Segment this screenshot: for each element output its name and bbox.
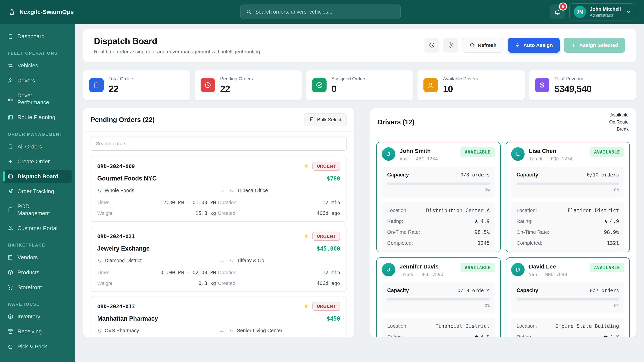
auto-assign-button[interactable]: Auto Assign bbox=[508, 38, 560, 53]
bell-icon bbox=[554, 8, 561, 15]
driver-stat-label: Location: bbox=[387, 323, 408, 329]
driver-stat-row: Completed:1245 bbox=[387, 240, 490, 246]
order-card[interactable]: ORD-2024-021 URGENT Jewelry Exchange $45… bbox=[90, 226, 347, 292]
sidebar-item-drivers[interactable]: Drivers bbox=[3, 74, 72, 87]
stat-icon: $ bbox=[535, 78, 550, 92]
driver-stats-box: Location:Financial DistrictRating:★4.9On… bbox=[382, 318, 495, 337]
sidebar-item-dispatch-board[interactable]: Dispatch Board bbox=[3, 170, 72, 183]
sidebar-item-all-orders[interactable]: All Orders bbox=[3, 140, 72, 153]
order-meta-label: Weight: bbox=[97, 281, 114, 286]
order-meta-value: 12 min bbox=[240, 270, 340, 275]
legend-break: Break bbox=[609, 126, 628, 133]
driver-stat-row: Location:Flatiron District bbox=[516, 207, 619, 213]
notifications-button[interactable]: 5 bbox=[550, 4, 565, 19]
driver-stat-value: ★4.8 bbox=[604, 334, 619, 337]
bolt-outline-icon bbox=[515, 42, 520, 48]
stat-value: 22 bbox=[220, 83, 253, 94]
user-menu[interactable]: JM John Mitchell Administrator bbox=[569, 3, 635, 20]
sidebar-item-vehicles[interactable]: Vehicles bbox=[3, 59, 72, 72]
assign-selected-button[interactable]: Assign Selected bbox=[564, 38, 625, 53]
sidebar-item-driver-performance[interactable]: Driver Performance bbox=[3, 89, 72, 109]
drivers-panel-header: Drivers (12) Available On Route Break bbox=[370, 108, 636, 136]
driver-stat-row: Rating:★4.8 bbox=[516, 334, 619, 337]
dropoff-label: Senior Living Center bbox=[237, 328, 282, 333]
order-id: ORD-2024-021 bbox=[97, 233, 135, 239]
orders-search-input[interactable] bbox=[90, 137, 347, 151]
sidebar-item-label: Pick & Pack bbox=[18, 343, 47, 350]
capacity-row: Capacity 0/7 orders bbox=[516, 287, 619, 294]
sidebar-item-create-order[interactable]: Create Order bbox=[3, 155, 72, 168]
driver-card[interactable]: J Jennifer Davis Truck - BCD-7890 AVAILA… bbox=[376, 257, 500, 337]
map-pin-icon bbox=[97, 188, 102, 193]
driver-name: Jennifer Davis bbox=[400, 263, 443, 270]
sidebar-item-inventory[interactable]: Inventory bbox=[3, 310, 72, 323]
driver-stat-row: Location:Distribution Center A bbox=[387, 207, 490, 213]
plus-icon bbox=[8, 158, 14, 164]
driver-card[interactable]: J John Smith Van - ABC-1234 AVAILABLE Ca… bbox=[376, 142, 500, 252]
topbar: Nexgile-SwarmOps 5 JM John Mitchell Admi… bbox=[0, 0, 644, 24]
bolt-icon bbox=[515, 42, 520, 48]
capacity-label: Capacity bbox=[387, 172, 409, 178]
driver-stat-value: ★4.9 bbox=[474, 218, 490, 224]
driver-stat-value: 1321 bbox=[607, 240, 619, 246]
send-icon bbox=[8, 188, 14, 194]
main-content: Dispatch Board Real-time order assignmen… bbox=[75, 24, 644, 362]
driver-avatar: D bbox=[511, 263, 524, 276]
capacity-row: Capacity 0/10 orders bbox=[387, 287, 490, 294]
bulk-select-button[interactable]: Bulk Select bbox=[304, 113, 347, 126]
stat-text: Total Revenue $349,540 bbox=[554, 76, 592, 94]
stat-label: Available Drivers bbox=[443, 76, 478, 81]
sidebar-item-pick-pack[interactable]: Pick & Pack bbox=[3, 340, 72, 353]
order-meta-value: 0.8 kg bbox=[116, 280, 216, 286]
plus-icon bbox=[571, 42, 576, 48]
order-card[interactable]: ORD-2024-013 URGENT Manhattan Pharmacy $… bbox=[90, 296, 347, 337]
stat-icon bbox=[200, 78, 215, 92]
sidebar-item-order-tracking[interactable]: Order Tracking bbox=[3, 185, 72, 198]
auto-assign-label: Auto Assign bbox=[524, 42, 553, 48]
sidebar-item-route-planning[interactable]: Route Planning bbox=[3, 110, 72, 124]
pin-icon bbox=[97, 188, 102, 193]
sidebar-item-vendors[interactable]: Vendors bbox=[3, 251, 72, 264]
driver-card[interactable]: L Lisa Chen Truck - PQR-1234 AVAILABLE C… bbox=[506, 142, 630, 252]
history-button[interactable] bbox=[424, 38, 439, 53]
lightning-icon bbox=[304, 304, 309, 309]
settings-button[interactable] bbox=[443, 38, 458, 53]
sidebar-item-label: Driver Performance bbox=[18, 92, 60, 106]
order-flags: URGENT bbox=[304, 162, 340, 171]
box-icon bbox=[8, 269, 14, 275]
sidebar-item-customer-portal[interactable]: Customer Portal bbox=[3, 221, 72, 235]
sidebar-item-label: All Orders bbox=[18, 143, 42, 150]
driver-stat-row: On-Time Rate:98.9% bbox=[516, 229, 619, 235]
driver-stats-box: Location:Flatiron DistrictRating:★4.9On-… bbox=[511, 202, 624, 251]
order-card-top: ORD-2024-021 URGENT bbox=[97, 232, 340, 241]
sidebar-item-receiving[interactable]: Receiving bbox=[3, 325, 72, 338]
stat-value: 0 bbox=[332, 83, 366, 94]
driver-name: John Smith bbox=[400, 148, 438, 154]
order-meta-label: Created: bbox=[218, 211, 238, 216]
sidebar-item-dashboard[interactable]: Dashboard bbox=[3, 29, 72, 43]
columns-icon bbox=[8, 173, 14, 179]
order-card[interactable]: ORD-2024-009 URGENT Gourmet Foods NYC $7… bbox=[90, 156, 347, 222]
bolt-icon bbox=[304, 304, 309, 309]
app-root: Nexgile-SwarmOps 5 JM John Mitchell Admi… bbox=[0, 0, 644, 362]
driver-card-header: J John Smith Van - ABC-1234 AVAILABLE bbox=[382, 147, 495, 161]
driver-stat-row: Location:Financial District bbox=[387, 323, 490, 329]
sidebar-item-storefront[interactable]: Storefront bbox=[3, 281, 72, 294]
driver-vehicle: Truck - PQR-1234 bbox=[529, 156, 572, 161]
clock-icon bbox=[429, 42, 435, 48]
global-search-input[interactable] bbox=[255, 9, 395, 15]
sidebar-item-products[interactable]: Products bbox=[3, 266, 72, 279]
gear-icon bbox=[448, 42, 454, 49]
driver-card[interactable]: D David Lee Van - MNO-7890 AVAILABLE Cap… bbox=[506, 257, 630, 337]
sidebar-item-pod-management[interactable]: POD Management bbox=[3, 200, 72, 220]
orders-scroll-area[interactable]: ORD-2024-009 URGENT Gourmet Foods NYC $7… bbox=[83, 132, 354, 337]
clipboard-icon bbox=[8, 33, 14, 39]
stat-label: Pending Orders bbox=[220, 76, 253, 81]
refresh-button[interactable]: Refresh bbox=[462, 38, 504, 53]
capacity-box: Capacity 0/10 orders 0% bbox=[382, 282, 495, 313]
page-subtitle: Real-time order assignment and driver ma… bbox=[94, 49, 260, 54]
driver-stats-box: Location:Distribution Center ARating:★4.… bbox=[382, 202, 495, 251]
shell: DashboardFLEET OPERATIONSVehiclesDrivers… bbox=[0, 24, 644, 362]
driver-stat-label: Rating: bbox=[387, 218, 403, 224]
driver-stat-row: On-Time Rate:98.5% bbox=[387, 229, 490, 235]
